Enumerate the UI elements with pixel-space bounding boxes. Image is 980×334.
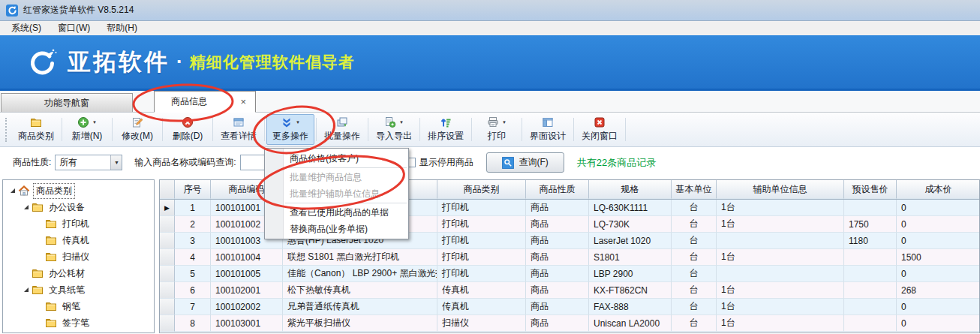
cell-code: 100101005 (211, 266, 283, 282)
cell-xh: 8 (175, 315, 211, 332)
query-button[interactable]: 查询(F) (486, 152, 564, 173)
toolbar-button-1[interactable]: ▼新增(N) (64, 114, 110, 145)
cell-category: 打印机 (437, 200, 526, 216)
toolbar-button-7[interactable]: ▼导入导出 (370, 114, 418, 145)
tree-item-3[interactable]: 传真机 (3, 232, 154, 248)
cell-cost: 0 (897, 233, 980, 249)
cell-code: 100103001 (211, 315, 283, 332)
search-icon (502, 157, 514, 169)
print-icon (487, 116, 499, 128)
tab-product-info-label: 商品信息 (171, 95, 207, 108)
cell-nature: 商品 (526, 266, 589, 282)
cell-cost: 0 (897, 216, 980, 233)
cell-unit: 台 (672, 282, 717, 299)
row-pointer-icon: ▶ (164, 204, 170, 212)
expand-icon[interactable] (11, 188, 15, 193)
toolbar-button-label: 打印 (488, 130, 506, 143)
menu-item-1[interactable]: 窗口(W) (50, 21, 98, 35)
dropdown-caret-icon[interactable]: ▼ (92, 120, 97, 125)
brand-name: 亚拓软件 (68, 47, 170, 78)
table-row[interactable]: 8100103001紫光平板扫描仪扫描仪商品Uniscan LA2000台1台0 (160, 315, 979, 332)
cell-price: 1180 (844, 233, 897, 249)
menu-item-more-2: 批量维护辅助单位信息 (265, 185, 408, 202)
toolbar-button-11[interactable]: 关闭窗口 (576, 114, 624, 145)
menu-item-0[interactable]: 系统(S) (3, 21, 50, 35)
dropdown-caret-icon[interactable]: ▼ (399, 120, 404, 125)
toolbar-button-6[interactable]: 批量操作 (318, 114, 366, 145)
tree-item-6[interactable]: 文具纸笔 (3, 281, 154, 298)
cell-nature: 商品 (526, 299, 589, 315)
dropdown-caret-icon[interactable]: ▼ (296, 120, 300, 125)
cell-nature: 商品 (526, 249, 589, 266)
cell-cost: 0 (897, 315, 980, 332)
toolbar-button-9[interactable]: ▼打印 (473, 114, 520, 145)
column-header-price[interactable]: 预设售价 (844, 180, 897, 199)
toolbar-button-2[interactable]: 修改(M) (114, 114, 161, 145)
toolbar-separator (212, 118, 213, 141)
column-header-category[interactable]: 商品类别 (437, 180, 526, 199)
close-window-icon (594, 116, 606, 128)
tab-product-info[interactable]: 商品信息 × (154, 91, 256, 113)
cell-unit: 台 (672, 299, 717, 315)
table-row[interactable]: 5100101005佳能（Canon） LBP 2900+ 黑白激光打印机打印机… (160, 266, 979, 282)
cell-spec: LQ-630K1111 (589, 200, 672, 216)
cell-spec: S1801 (589, 249, 672, 266)
toolbar-button-8[interactable]: 排序设置 (422, 114, 470, 145)
cell-aux: 1台 (717, 299, 844, 315)
toolbar-button-10[interactable]: 界面设计 (524, 114, 572, 145)
edit-icon (131, 116, 143, 128)
toolbar-button-3[interactable]: 删除(D) (164, 114, 211, 145)
cell-xh: 2 (175, 216, 211, 233)
cell-name: 紫光平板扫描仪 (283, 315, 437, 332)
cell-nature: 商品 (526, 200, 589, 216)
toolbar-button-5[interactable]: ▼更多操作 (266, 114, 314, 145)
table-row[interactable]: 4100101004联想 S1801 黑白激光打印机打印机商品S1801台1台1… (160, 249, 979, 266)
tree-item-4[interactable]: 扫描仪 (3, 248, 154, 265)
column-header-cost[interactable]: 成本价 (897, 180, 980, 199)
cell-category: 打印机 (437, 233, 526, 249)
folder-icon (45, 300, 57, 312)
row-indicator (160, 249, 175, 266)
tree-item-7[interactable]: 钢笔 (3, 298, 154, 314)
tree-item-label: 办公耗材 (47, 266, 87, 281)
tree-item-5[interactable]: 办公耗材 (3, 265, 154, 281)
row-indicator (160, 233, 175, 249)
chevron-down-icon[interactable]: ▼ (110, 155, 122, 170)
menu-item-2[interactable]: 帮助(H) (98, 21, 146, 35)
menu-item-more-3[interactable]: 查看已使用此商品的单据 (265, 204, 408, 221)
cell-spec: Uniscan LA2000 (589, 315, 672, 332)
cell-category: 扫描仪 (437, 315, 526, 332)
expand-icon[interactable] (24, 205, 29, 209)
tree-item-8[interactable]: 签字笔 (3, 314, 154, 331)
tree-item-1[interactable]: 办公设备 (3, 199, 154, 215)
tab-close-icon[interactable]: × (240, 96, 246, 107)
menu-item-more-4[interactable]: 替换商品(业务单据) (265, 221, 408, 237)
cell-xh: 7 (175, 299, 211, 315)
brand-separator: · (176, 50, 183, 74)
table-row[interactable]: 7100102002兄弟普通纸传真机传真机商品FAX-888台1台0 (160, 299, 979, 315)
menu-item-more-1: 批量维护商品信息 (265, 169, 408, 185)
nature-select[interactable]: 所有 ▼ (55, 155, 122, 170)
column-header-unit[interactable]: 基本单位 (672, 180, 717, 199)
tree-item-2[interactable]: 打印机 (3, 215, 154, 232)
toolbar-button-label: 批量操作 (324, 130, 360, 143)
expand-icon[interactable] (24, 287, 29, 292)
column-header-spec[interactable]: 规格 (589, 180, 672, 199)
cell-price (844, 282, 897, 299)
tree-item-0[interactable]: 商品类别 (3, 182, 154, 199)
tab-nav-window[interactable]: 功能导航窗 (1, 93, 133, 112)
folder-icon (45, 218, 57, 230)
tree-item-label: 签字笔 (60, 316, 92, 330)
table-row[interactable]: 6100102001松下热敏传真机传真机商品KX-FT862CN台1台268 (160, 282, 979, 299)
column-header-xh[interactable]: 序号 (175, 180, 211, 199)
column-header-aux[interactable]: 辅助单位信息 (717, 180, 844, 199)
toolbar-button-4[interactable]: 查看详情 (215, 114, 263, 145)
toolbar-grip[interactable] (5, 118, 8, 142)
column-header-nature[interactable]: 商品性质 (526, 180, 589, 199)
cell-name: 兄弟普通纸传真机 (283, 299, 437, 315)
menu-item-more-0[interactable]: 商品价格(按客户) (265, 150, 408, 167)
toolbar-button-0[interactable]: 商品类别 (12, 114, 60, 145)
home-icon (18, 185, 30, 197)
dropdown-caret-icon[interactable]: ▼ (502, 120, 507, 125)
cell-name: 佳能（Canon） LBP 2900+ 黑白激光打印机 (283, 266, 437, 282)
